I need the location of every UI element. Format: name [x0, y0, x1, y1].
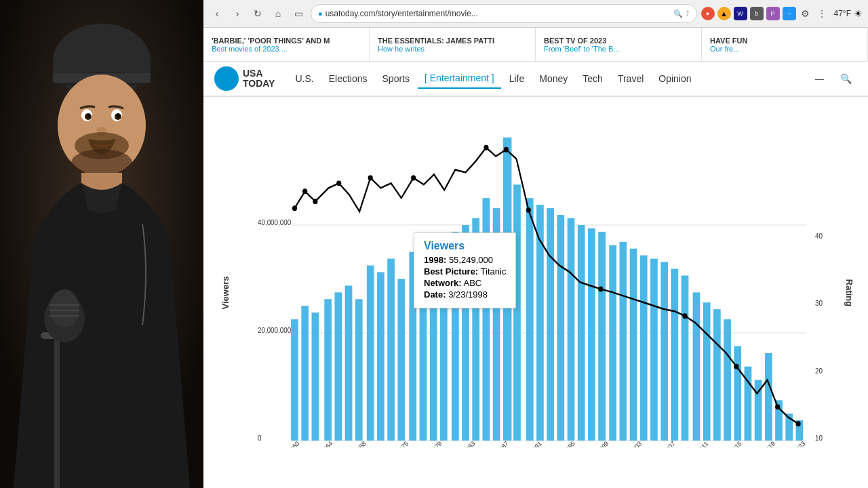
nav-items: U.S. Elections Sports [ Entertainment ] …	[288, 68, 698, 89]
extension-icon-1[interactable]: ●	[701, 7, 715, 20]
svg-rect-38	[334, 292, 342, 441]
svg-rect-45	[409, 252, 416, 441]
forward-button[interactable]: ›	[229, 5, 245, 22]
nav-item-travel[interactable]: Travel	[611, 69, 650, 88]
svg-rect-63	[598, 232, 606, 441]
svg-rect-62	[588, 228, 595, 441]
svg-rect-66	[630, 249, 637, 441]
nav-bar: USA TODAY U.S. Elections Sports [ Entert…	[203, 62, 868, 97]
svg-point-89	[484, 145, 488, 150]
bookmark-button[interactable]: ▭	[290, 5, 307, 22]
svg-point-83	[292, 205, 297, 211]
nav-item-tech[interactable]: Tech	[576, 69, 610, 88]
svg-rect-60	[568, 218, 575, 441]
svg-point-92	[598, 286, 603, 291]
svg-rect-71	[682, 276, 689, 441]
extension-icon-3[interactable]: W	[734, 7, 747, 20]
browser-panel: ‹ › ↻ ⌂ ▭ ● usatoday.com/story/entertain…	[203, 0, 868, 488]
svg-rect-74	[713, 309, 721, 441]
promo-item-2[interactable]: THE ESSENTIALS: JAMES PATTI How he write…	[370, 28, 536, 61]
logo-text: USA TODAY	[243, 68, 275, 89]
promo-item-3[interactable]: BEST TV OF 2023 From 'Beef' to 'The B...	[536, 28, 702, 61]
nav-item-entertainment[interactable]: [ Entertainment ]	[418, 68, 501, 89]
extension-icon-6[interactable]: →	[783, 7, 796, 20]
svg-point-84	[302, 188, 307, 194]
svg-point-91	[526, 207, 531, 213]
svg-rect-40	[355, 299, 363, 441]
svg-rect-46	[420, 259, 427, 441]
svg-rect-35	[301, 306, 309, 441]
svg-point-86	[336, 180, 341, 186]
svg-point-85	[313, 199, 317, 204]
address-bar[interactable]: ● usatoday.com/story/entertainment/movie…	[311, 4, 697, 23]
svg-rect-50	[462, 225, 469, 441]
webcam-panel	[0, 0, 203, 488]
logo-circle	[214, 66, 239, 91]
svg-rect-64	[609, 245, 616, 441]
usa-today-logo[interactable]: USA TODAY	[214, 66, 275, 91]
svg-rect-68	[650, 259, 658, 441]
nav-item-life[interactable]: Life	[502, 69, 532, 88]
extension-icon-2[interactable]: ▲	[717, 7, 731, 20]
svg-rect-76	[734, 346, 741, 441]
nav-item-sports[interactable]: Sports	[376, 69, 416, 88]
svg-rect-56	[526, 198, 534, 441]
chart-area: Viewers Rating 0 20,000,000 40,000,000 1…	[203, 97, 868, 488]
svg-rect-41	[367, 266, 374, 441]
svg-rect-17	[54, 339, 60, 488]
nav-item-money[interactable]: Money	[532, 69, 574, 88]
svg-rect-47	[430, 245, 437, 441]
svg-rect-70	[671, 269, 678, 441]
svg-text:0: 0	[258, 434, 262, 443]
reload-button[interactable]: ↻	[250, 5, 266, 22]
y-axis-left-label: Viewers	[220, 276, 231, 309]
menu-icon[interactable]: ⋮	[815, 7, 829, 20]
svg-text:40: 40	[815, 232, 823, 240]
extension-icon-4[interactable]: b	[750, 7, 764, 20]
promo-strip: 'BARBIE,' 'POOR THINGS' AND M Best movie…	[203, 28, 868, 62]
svg-text:30: 30	[815, 300, 823, 308]
svg-point-88	[411, 175, 416, 180]
svg-rect-51	[472, 218, 479, 441]
search-button[interactable]: 🔍	[835, 70, 857, 87]
svg-rect-37	[324, 299, 332, 441]
svg-rect-69	[660, 262, 668, 441]
svg-rect-67	[640, 256, 648, 441]
svg-rect-43	[387, 259, 395, 441]
svg-point-93	[682, 313, 687, 319]
temp-display: 47°F	[834, 9, 851, 18]
y-axis-right-label: Rating	[844, 279, 854, 306]
svg-rect-79	[765, 353, 772, 441]
svg-point-11	[87, 115, 90, 117]
svg-rect-72	[693, 292, 701, 441]
svg-point-15	[71, 149, 132, 176]
svg-rect-61	[578, 225, 585, 441]
svg-rect-44	[397, 279, 405, 441]
svg-rect-73	[703, 302, 711, 441]
svg-text:40,000,000: 40,000,000	[258, 219, 291, 227]
promo-item-4[interactable]: HAVE FUN Our fre...	[702, 28, 868, 61]
settings-icon[interactable]: ⚙	[799, 7, 812, 20]
nav-item-opinion[interactable]: Opinion	[652, 69, 698, 88]
promo-item-1[interactable]: 'BARBIE,' 'POOR THINGS' AND M Best movie…	[203, 28, 370, 61]
svg-rect-49	[452, 232, 459, 441]
svg-point-95	[775, 404, 780, 409]
nav-item-elections[interactable]: Elections	[322, 69, 374, 88]
svg-rect-65	[619, 242, 627, 441]
svg-point-87	[368, 175, 373, 180]
back-button[interactable]: ‹	[209, 5, 225, 22]
svg-rect-54	[503, 138, 512, 441]
svg-rect-55	[513, 184, 521, 441]
svg-point-90	[504, 147, 509, 152]
extension-icon-5[interactable]: P	[766, 7, 780, 20]
svg-rect-75	[724, 319, 731, 441]
svg-rect-53	[493, 208, 500, 441]
home-button[interactable]: ⌂	[270, 5, 286, 22]
webcam-feed	[0, 0, 203, 488]
svg-rect-52	[483, 198, 490, 441]
svg-text:10: 10	[815, 434, 823, 443]
nav-item-us[interactable]: U.S.	[288, 69, 320, 88]
svg-rect-58	[547, 208, 554, 441]
weather-icon[interactable]: ☀	[854, 8, 863, 19]
more-nav-button[interactable]: ⸻	[809, 70, 829, 87]
